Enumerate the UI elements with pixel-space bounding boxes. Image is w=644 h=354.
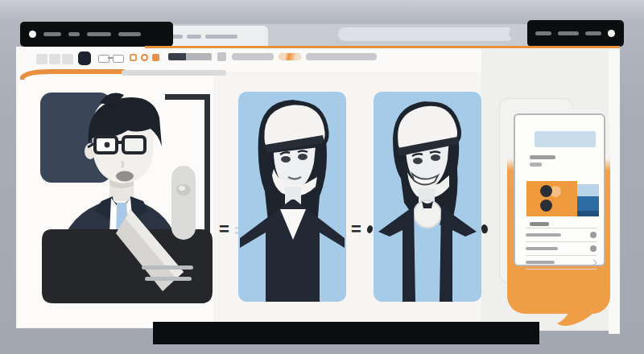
lens-left	[98, 55, 109, 63]
avatar-panel-1	[238, 92, 346, 302]
titlebar-dash	[43, 32, 61, 36]
lens-bridge	[108, 57, 113, 59]
toolbar-bar-orange	[279, 53, 301, 60]
address-bar[interactable]	[338, 27, 514, 41]
equals-symbol: =	[351, 220, 361, 238]
list-item[interactable]	[526, 228, 597, 241]
titlebar-dash	[118, 32, 141, 36]
person-cap-cape-illustration	[238, 92, 346, 302]
phone-card	[514, 113, 605, 266]
dark-circle	[540, 200, 552, 212]
titlebar-right-segment	[527, 20, 624, 47]
titlebar-dash	[585, 31, 601, 35]
dark-circle	[540, 185, 552, 197]
row-text-placeholder	[526, 233, 561, 237]
card-text-placeholder	[530, 163, 542, 167]
radio-dot-icon[interactable]	[590, 245, 597, 252]
radio-dot-icon[interactable]	[590, 232, 597, 238]
lens-right	[113, 55, 124, 63]
orange-media-block	[526, 181, 577, 216]
row-text-placeholder	[526, 261, 555, 264]
tab-title-placeholder	[187, 35, 201, 39]
card-banner	[535, 131, 596, 147]
bottom-bar	[153, 322, 539, 344]
titlebar-dash	[87, 32, 111, 36]
card-text-placeholder	[530, 155, 555, 159]
illustrated-browser-scene: = = = = ›	[0, 0, 644, 354]
list-heading-placeholder	[530, 222, 549, 226]
titlebar-dash	[558, 31, 579, 35]
right-edge-strip	[609, 49, 620, 334]
page-thumbnails-icon[interactable]	[36, 54, 73, 64]
orange-square-icon[interactable]	[130, 54, 137, 61]
card-list	[526, 228, 597, 270]
person-cap-shirt-illustration	[374, 92, 481, 302]
businessman-illustration	[24, 74, 217, 325]
row-text-placeholder	[526, 247, 558, 250]
orange-solid-icon[interactable]	[152, 54, 159, 61]
list-item[interactable]	[526, 255, 597, 270]
accent-rule	[145, 46, 620, 48]
titlebar-dash	[68, 32, 80, 36]
window-dot-icon[interactable]	[29, 31, 36, 38]
window-dot-icon[interactable]	[608, 30, 615, 37]
titlebar-left-segment	[20, 22, 173, 47]
speech-bubble-tail	[555, 299, 599, 328]
equals-symbol: =	[219, 220, 229, 238]
glasses-icon[interactable]	[98, 55, 126, 63]
toolbar-bar-long	[306, 53, 377, 60]
titlebar-dash	[535, 31, 551, 35]
toolbar-bar	[232, 53, 274, 60]
blue-media-block	[577, 184, 599, 216]
avatar-panel-2	[374, 92, 481, 302]
urlbar-dark-segment	[168, 53, 186, 60]
chevron-down-icon[interactable]	[591, 259, 597, 266]
search-icon[interactable]	[509, 27, 521, 39]
list-item[interactable]	[526, 241, 597, 255]
app-badge-icon[interactable]	[78, 51, 91, 65]
orange-circle-icon[interactable]	[141, 54, 148, 61]
toolbar-square	[217, 52, 226, 61]
tab-title-placeholder	[205, 35, 237, 39]
urlbar-gray-segment	[186, 53, 212, 60]
